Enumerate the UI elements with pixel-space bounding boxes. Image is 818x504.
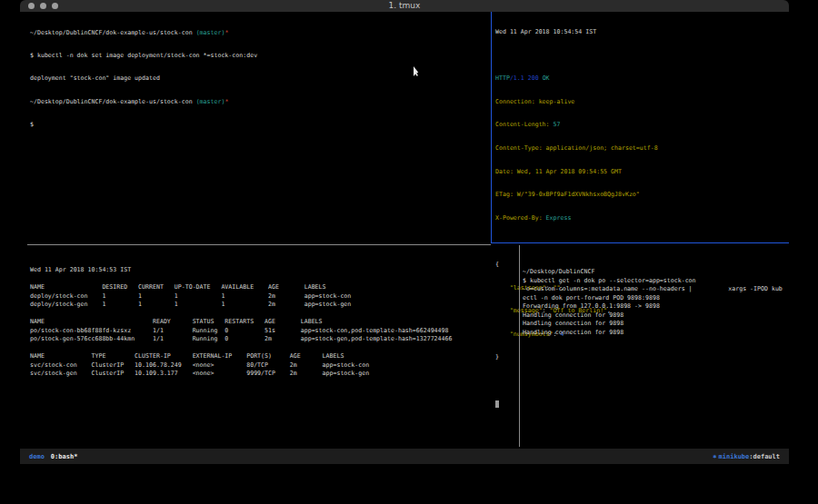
pane-bottom-left[interactable]: Wed 11 Apr 2018 10:54:53 IST NAME DESIRE… bbox=[30, 249, 452, 396]
http-header: Date: Wed, 11 Apr 2018 09:54:55 GMT bbox=[495, 168, 658, 177]
pane-bottom-right[interactable]: ~/Desktop/DublinCNCF $ kubectl get -n do… bbox=[523, 251, 783, 354]
http-status-line: HTTP/1.1 200 OK bbox=[495, 74, 658, 84]
mouse-pointer-icon bbox=[414, 66, 420, 76]
kube-context: minikube bbox=[719, 453, 750, 460]
terminal-content: ~/Desktop/DublinCNCF/dok-example-us/stoc… bbox=[20, 12, 789, 449]
command-output: deployment "stock-con" image updated bbox=[30, 74, 257, 83]
status-right: ⎈ minikube :default bbox=[713, 453, 780, 460]
tmux-status-bar: demo 0:bash* ⎈ minikube :default bbox=[20, 449, 789, 464]
desktop: { "window": { "title": "1. tmux" }, "col… bbox=[0, 0, 818, 504]
kube-namespace: :default bbox=[749, 453, 780, 460]
pane-divider-horizontal-right[interactable] bbox=[491, 242, 789, 243]
pane-divider-horizontal-left[interactable] bbox=[27, 244, 491, 245]
window-title: 1. tmux bbox=[20, 0, 789, 12]
shell-prompt: $ bbox=[30, 121, 257, 129]
http-header: Content-Type: application/json; charset=… bbox=[495, 144, 658, 153]
http-header: ETag: W/"39-0xBPf9aF1dXVNkhsxoBQgJ8vKzo" bbox=[495, 191, 658, 200]
http-header: X-Powered-By: Express bbox=[495, 214, 658, 223]
window-tab-bash[interactable]: 0:bash* bbox=[51, 453, 78, 460]
cwd-text: ~/Desktop/DublinCNCF/dok-example-us/stoc… bbox=[30, 98, 196, 105]
terminal-cursor bbox=[495, 400, 499, 408]
pane-divider-vertical-top[interactable] bbox=[491, 12, 492, 243]
pane-top-left[interactable]: ~/Desktop/DublinCNCF/dok-example-us/stoc… bbox=[30, 15, 257, 143]
http-header: Connection: keep-alive bbox=[495, 98, 658, 107]
kubectl-tables: Wed 11 Apr 2018 10:54:53 IST NAME DESIRE… bbox=[30, 266, 452, 379]
titlebar[interactable]: 1. tmux bbox=[20, 0, 789, 12]
http-header: Content-Length: 57 bbox=[495, 121, 658, 130]
port-forward-log: ~/Desktop/DublinCNCF $ kubectl get -n do… bbox=[523, 268, 783, 337]
prompt-line: ~/Desktop/DublinCNCF/dok-example-us/stoc… bbox=[30, 98, 257, 106]
prompt-line: ~/Desktop/DublinCNCF/dok-example-us/stoc… bbox=[30, 29, 257, 37]
kubernetes-helm-icon: ⎈ bbox=[713, 453, 716, 460]
session-name: demo bbox=[29, 453, 45, 460]
git-dirty-marker: * bbox=[224, 98, 228, 105]
git-dirty-marker: * bbox=[224, 29, 228, 36]
git-branch: (master) bbox=[196, 98, 225, 105]
pane-timestamp: Wed 11 Apr 2018 10:54:54 IST bbox=[495, 28, 658, 37]
git-branch: (master) bbox=[196, 29, 225, 36]
terminal-window: 1. tmux ~/Desktop/DublinCNCF/dok-example… bbox=[20, 0, 789, 464]
cwd-text: ~/Desktop/DublinCNCF/dok-example-us/stoc… bbox=[30, 29, 196, 36]
command-line: $ kubectl -n dok set image deployment/st… bbox=[30, 52, 257, 60]
pane-divider-vertical-bottom[interactable] bbox=[519, 245, 520, 447]
